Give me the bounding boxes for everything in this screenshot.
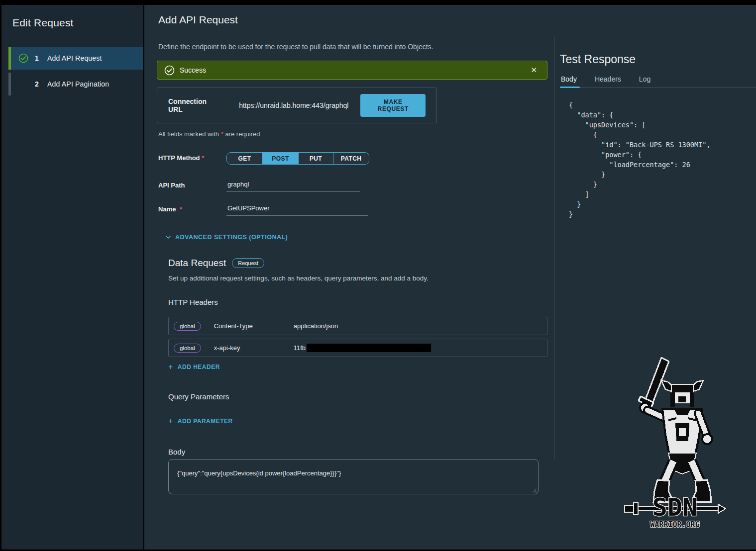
connection-url-box: Connection URL https://unraid.lab.home:4… [157, 88, 437, 123]
step-complete-check-icon [18, 53, 28, 63]
advanced-settings-toggle[interactable]: ADVANCED SETTINGS (OPTIONAL) [165, 234, 547, 241]
add-header-label: ADD HEADER [178, 364, 220, 370]
required-asterisk: * [202, 154, 204, 162]
data-request-subtitle: Set up additional request settings, such… [168, 275, 547, 282]
response-body-json: { "data": { "upsDevices": [ { "id": "Bac… [569, 100, 756, 219]
http-method-label: HTTP Method * [158, 152, 226, 162]
resize-grip-icon[interactable] [533, 488, 537, 493]
header-name: Content-Type [214, 322, 294, 330]
plus-icon: + [168, 418, 173, 424]
success-alert: Success ✕ [157, 61, 547, 80]
name-label-text: Name [158, 205, 176, 213]
advanced-settings-label: ADVANCED SETTINGS (OPTIONAL) [175, 234, 288, 241]
required-fields-note: All fields marked with * are required [158, 130, 547, 138]
name-row: Name * [158, 203, 547, 216]
step-progress-bar [8, 47, 11, 70]
alert-close-icon[interactable]: ✕ [528, 65, 540, 76]
wizard-title: Edit Request [1, 5, 143, 29]
header-value: application/json [294, 322, 338, 330]
add-api-request-panel: Add API Request Define the endpoint to b… [144, 5, 554, 550]
scope-badge: global [174, 344, 201, 353]
alert-label: Success [180, 66, 206, 74]
harness-buckle [679, 428, 686, 436]
logo-text: SDN [652, 493, 697, 522]
body-textarea[interactable]: {"query":"query{upsDevices{id power{load… [168, 459, 539, 494]
step-label: Add API Pagination [47, 80, 109, 88]
hair-left [670, 392, 675, 407]
body-label: Body [168, 448, 547, 456]
header-name: x-api-key [214, 344, 294, 352]
edit-request-window: Edit Request 1 Add API Request 2 Add API… [1, 5, 756, 550]
required-asterisk: * [221, 130, 223, 138]
http-method-row: HTTP Method * GET POST PUT PATCH [158, 152, 547, 165]
header-value: 11fb [294, 344, 431, 352]
mouth [678, 396, 686, 402]
step-label: Add API Request [47, 54, 102, 62]
sidebar-step-add-api-pagination[interactable]: 2 Add API Pagination [8, 73, 143, 95]
plus-icon: + [168, 364, 173, 370]
api-path-row: API Path [158, 180, 547, 192]
page-title: Add API Request [158, 14, 547, 26]
add-header-button[interactable]: + ADD HEADER [168, 364, 547, 370]
scope-badge: global [174, 322, 201, 331]
logo-subtext: WARRIOR.ORG [650, 520, 699, 529]
connection-url-value: https://unraid.lab.home:443/graphql [239, 101, 348, 109]
chevron-down-icon [165, 234, 171, 240]
request-badge: Request [232, 258, 264, 268]
tab-headers[interactable]: Headers [595, 75, 621, 88]
add-parameter-button[interactable]: + ADD PARAMETER [168, 418, 547, 425]
http-headers-title: HTTP Headers [168, 298, 547, 306]
required-note-suffix: are required [225, 130, 260, 138]
sdn-warrior-logo: SDN WARRIOR.ORG [623, 356, 727, 530]
add-parameter-label: ADD PARAMETER [178, 418, 233, 425]
name-label: Name * [158, 203, 226, 213]
connection-url-label: Connection URL [168, 97, 221, 113]
required-note-prefix: All fields marked with [158, 130, 219, 138]
hair-right [690, 392, 694, 407]
step-progress-bar [8, 73, 11, 95]
header-row-content-type: global Content-Type application/json [168, 317, 547, 335]
header-value-visible: 11fb [294, 344, 306, 352]
http-method-segmented-control: GET POST PUT PATCH [226, 152, 369, 165]
page-description: Define the endpoint to be used for the r… [158, 43, 547, 51]
required-asterisk: * [180, 205, 182, 213]
http-method-label-text: HTTP Method [158, 154, 200, 162]
api-path-input[interactable] [226, 180, 360, 192]
sidebar-step-add-api-request[interactable]: 1 Add API Request [8, 47, 143, 70]
test-response-title: Test Response [560, 53, 756, 66]
tab-body[interactable]: Body [561, 75, 577, 88]
wizard-steps: 1 Add API Request 2 Add API Pagination [1, 47, 143, 95]
test-response-panel: Test Response Body Headers Log { "data":… [554, 5, 756, 550]
api-path-label: API Path [158, 180, 226, 189]
method-put-button[interactable]: PUT [298, 153, 333, 164]
helmet [671, 384, 693, 393]
redacted-value-bar [307, 344, 431, 352]
tab-log[interactable]: Log [639, 75, 650, 88]
name-input[interactable] [226, 203, 368, 216]
data-request-title: Data Request [168, 258, 226, 269]
right-fist [702, 434, 712, 444]
test-response-tabs: Body Headers Log [560, 75, 756, 88]
query-parameters-title: Query Parameters [168, 392, 547, 401]
make-request-button[interactable]: MAKE REQUEST [360, 94, 426, 117]
method-patch-button[interactable]: PATCH [333, 153, 369, 164]
method-post-button[interactable]: POST [262, 153, 298, 164]
success-check-icon [164, 65, 175, 76]
step-number: 1 [33, 54, 40, 62]
step-number: 2 [33, 80, 40, 88]
data-request-section: Data Request Request Set up additional r… [168, 258, 547, 496]
panel-divider [554, 36, 554, 459]
wizard-sidebar: Edit Request 1 Add API Request 2 Add API… [1, 5, 144, 550]
method-get-button[interactable]: GET [227, 153, 262, 164]
header-row-x-api-key: global x-api-key 11fb [168, 339, 547, 357]
